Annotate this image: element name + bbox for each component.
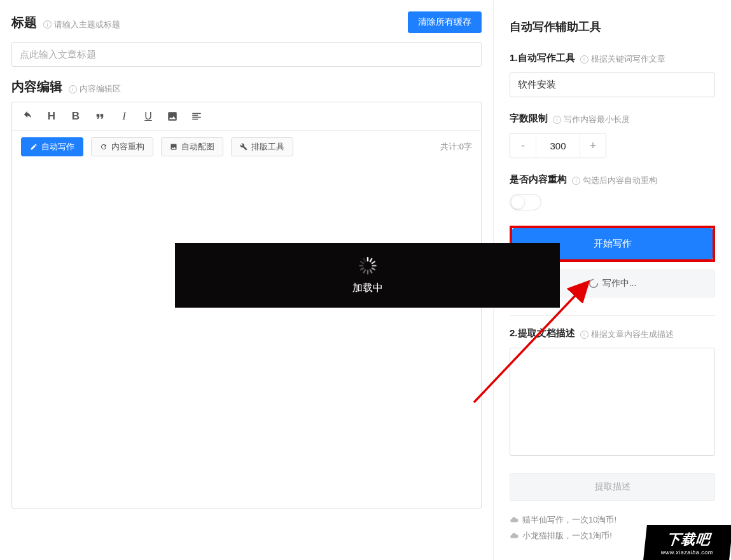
svg-rect-8 bbox=[363, 269, 366, 273]
article-title-input[interactable] bbox=[11, 42, 482, 67]
auto-image-label: 自动配图 bbox=[181, 141, 214, 153]
section2-hint: i 根据文章内容生成描述 bbox=[580, 329, 674, 340]
rebuild-toggle-hint-text: 勾选后内容自动重构 bbox=[583, 175, 657, 186]
underline-button[interactable]: U bbox=[142, 110, 155, 123]
word-limit-name: 字数限制 bbox=[510, 113, 548, 125]
cloud-icon bbox=[510, 516, 519, 524]
word-limit-hint: i 写作内容最小长度 bbox=[553, 114, 630, 125]
info-icon: i bbox=[69, 85, 77, 93]
svg-rect-10 bbox=[359, 264, 363, 266]
divider bbox=[510, 315, 715, 316]
svg-rect-9 bbox=[359, 267, 364, 271]
heading-button[interactable]: H bbox=[45, 110, 58, 123]
stepper-minus-button[interactable]: - bbox=[510, 133, 536, 158]
watermark-logo: 下载吧 www.xiazaiba.com bbox=[643, 525, 731, 560]
rebuild-toggle-hint: i 勾选后内容自动重构 bbox=[572, 175, 657, 186]
title-label: 标题 bbox=[11, 14, 37, 31]
undo-icon[interactable] bbox=[21, 110, 34, 123]
svg-rect-3 bbox=[371, 261, 375, 264]
sidebar-panel-title: 自动写作辅助工具 bbox=[510, 19, 715, 34]
info-icon: i bbox=[580, 331, 588, 339]
section2-hint-text: 根据文章内容生成描述 bbox=[591, 329, 674, 340]
stepper-input[interactable] bbox=[536, 133, 580, 158]
svg-rect-7 bbox=[366, 270, 368, 274]
editor-actionbar: 自动写作 内容重构 自动配图 排版工具 共计:0字 bbox=[12, 131, 481, 163]
svg-rect-4 bbox=[372, 264, 376, 266]
rebuild-label: 内容重构 bbox=[111, 141, 144, 153]
auto-write-button[interactable]: 自动写作 bbox=[21, 137, 83, 156]
align-icon[interactable] bbox=[190, 110, 203, 123]
italic-button[interactable]: I bbox=[118, 110, 130, 123]
rebuild-button[interactable]: 内容重构 bbox=[91, 137, 153, 156]
content-edit-label: 内容编辑 bbox=[11, 78, 62, 95]
typeset-button[interactable]: 排版工具 bbox=[231, 137, 293, 156]
info-icon: i bbox=[580, 55, 588, 64]
title-hint: i 请输入主题或标题 bbox=[43, 19, 120, 31]
loading-overlay: 加载中 bbox=[175, 243, 560, 308]
auto-image-button[interactable]: 自动配图 bbox=[161, 137, 223, 156]
cloud-icon bbox=[510, 531, 519, 540]
section2-name: 2.提取文档描述 bbox=[510, 327, 575, 339]
loading-text: 加载中 bbox=[352, 282, 383, 295]
image-icon[interactable] bbox=[166, 110, 179, 123]
word-count: 共计:0字 bbox=[440, 141, 472, 153]
stepper-plus-button[interactable]: + bbox=[580, 133, 606, 158]
editor-toolbar: H B I U bbox=[12, 102, 481, 131]
info-icon: i bbox=[553, 116, 561, 124]
word-limit-hint-text: 写作内容最小长度 bbox=[564, 114, 630, 125]
footer-text-2: 小龙猫排版，一次1淘币! bbox=[522, 528, 612, 544]
svg-rect-11 bbox=[359, 261, 364, 264]
extract-description-button[interactable]: 提取描述 bbox=[510, 473, 715, 501]
bold-button[interactable]: B bbox=[69, 110, 82, 123]
description-textarea[interactable] bbox=[510, 348, 715, 456]
typeset-label: 排版工具 bbox=[251, 141, 284, 153]
info-icon: i bbox=[572, 177, 580, 185]
footer-text-1: 猫半仙写作，一次10淘币! bbox=[522, 512, 616, 528]
writing-status-label: 写作中... bbox=[602, 278, 637, 289]
content-edit-hint: i 内容编辑区 bbox=[69, 83, 121, 95]
svg-rect-5 bbox=[371, 267, 375, 271]
svg-rect-6 bbox=[369, 269, 373, 273]
spinner-icon bbox=[358, 256, 377, 275]
svg-rect-1 bbox=[366, 257, 368, 261]
title-hint-text: 请输入主题或标题 bbox=[54, 19, 120, 31]
keyword-input[interactable] bbox=[510, 72, 715, 97]
watermark-big: 下载吧 bbox=[665, 530, 711, 549]
word-limit-stepper: - + bbox=[510, 133, 606, 158]
section1-name: 1.自动写作工具 bbox=[510, 52, 575, 64]
title-header-row: 标题 i 请输入主题或标题 清除所有缓存 bbox=[11, 11, 482, 33]
watermark-small: www.xiazaiba.com bbox=[660, 549, 713, 556]
rebuild-toggle-name: 是否内容重构 bbox=[510, 174, 567, 186]
spinner-icon bbox=[588, 278, 599, 289]
rebuild-toggle[interactable] bbox=[510, 194, 541, 210]
toggle-knob bbox=[511, 195, 525, 209]
section1-hint: i 根据关键词写作文章 bbox=[580, 53, 665, 65]
quote-icon[interactable] bbox=[94, 110, 106, 123]
editor-content-area[interactable] bbox=[12, 163, 481, 506]
content-hint-text: 内容编辑区 bbox=[80, 83, 121, 95]
svg-rect-2 bbox=[369, 257, 373, 262]
section1-hint-text: 根据关键词写作文章 bbox=[591, 53, 665, 65]
info-icon: i bbox=[43, 20, 52, 29]
auto-write-label: 自动写作 bbox=[41, 141, 74, 153]
svg-point-0 bbox=[589, 280, 597, 288]
clear-cache-button[interactable]: 清除所有缓存 bbox=[408, 11, 482, 33]
svg-rect-12 bbox=[363, 257, 366, 262]
